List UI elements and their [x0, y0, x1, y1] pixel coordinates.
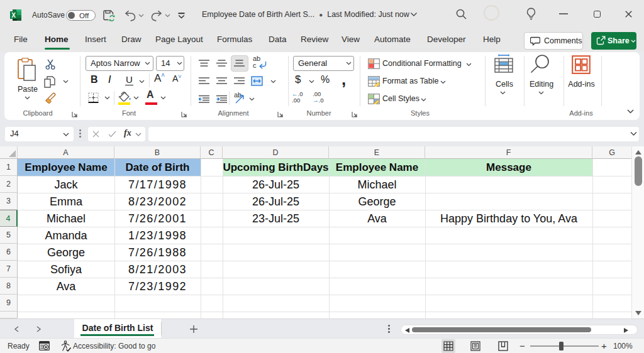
svg-text:X: X	[11, 12, 16, 19]
